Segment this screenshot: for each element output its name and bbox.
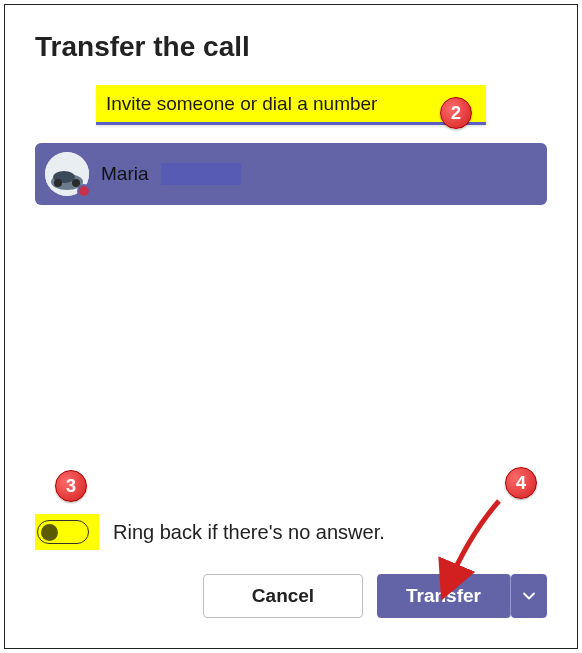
ringback-label: Ring back if there's no answer. bbox=[113, 521, 385, 544]
transfer-split-button[interactable] bbox=[511, 574, 547, 618]
presence-indicator bbox=[77, 184, 91, 198]
toggle-knob bbox=[41, 524, 58, 541]
callout-badge-2: 2 bbox=[440, 97, 472, 129]
search-input[interactable] bbox=[96, 85, 486, 125]
cancel-button[interactable]: Cancel bbox=[203, 574, 363, 618]
ringback-toggle[interactable] bbox=[37, 520, 89, 544]
person-result[interactable]: Maria bbox=[35, 143, 547, 205]
chevron-down-icon bbox=[522, 589, 536, 603]
callout-badge-4: 4 bbox=[505, 467, 537, 499]
redacted-text bbox=[161, 163, 241, 185]
transfer-button-group: Transfer bbox=[377, 574, 547, 618]
svg-point-3 bbox=[54, 179, 62, 187]
avatar bbox=[45, 152, 89, 196]
transfer-button[interactable]: Transfer bbox=[377, 574, 511, 618]
callout-badge-3: 3 bbox=[55, 470, 87, 502]
person-name: Maria bbox=[101, 163, 149, 185]
dialog-title: Transfer the call bbox=[35, 31, 547, 63]
